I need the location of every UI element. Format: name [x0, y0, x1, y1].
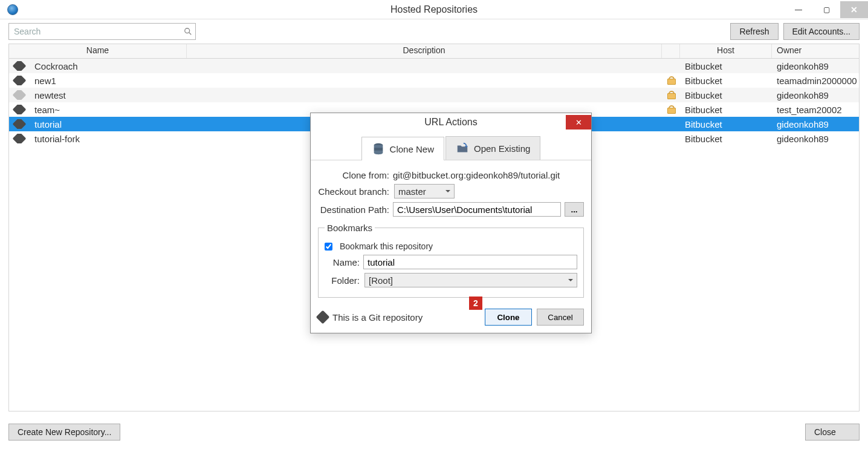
window-title: Hosted Repositories: [390, 4, 478, 15]
bookmark-name-label: Name:: [325, 257, 360, 267]
repo-owner: gideonkoh89: [772, 61, 859, 71]
bookmark-name-input[interactable]: [363, 255, 577, 269]
repo-type-icon: [9, 90, 30, 100]
repo-owner: gideonkoh89: [772, 90, 859, 100]
maximize-button[interactable]: ▢: [812, 1, 840, 18]
titlebar: Hosted Repositories — ▢ ✕: [0, 0, 868, 19]
table-row[interactable]: CockroachBitbucketgideonkoh89: [9, 59, 859, 73]
lock-cell: [662, 91, 680, 99]
search-box: [8, 23, 196, 40]
clone-from-label: Clone from:: [318, 170, 389, 180]
callout-badge: 2: [469, 297, 482, 310]
repo-owner: teamadmin2000000: [772, 76, 859, 86]
lock-icon: [667, 76, 675, 85]
repo-host: Bitbucket: [680, 134, 772, 144]
table-row[interactable]: new1Bitbucketteamadmin2000000: [9, 73, 859, 88]
tab-open-existing[interactable]: Open Existing: [445, 136, 540, 160]
edit-accounts-button[interactable]: Edit Accounts...: [783, 23, 860, 40]
dialog-body: Clone from: git@bitbucket.org:gideonkoh8…: [311, 160, 591, 304]
lock-icon: [667, 91, 675, 99]
bookmark-folder-select[interactable]: [Root]: [364, 273, 577, 287]
dest-path-input[interactable]: [393, 202, 561, 217]
repo-type-status: This is a Git repository: [318, 312, 423, 323]
status-text: This is a Git repository: [332, 312, 423, 323]
dialog-close-button[interactable]: ✕: [566, 115, 591, 129]
repo-type-icon: [9, 119, 30, 129]
refresh-button[interactable]: Refresh: [730, 23, 778, 40]
tab-clone-new[interactable]: Clone New: [361, 137, 444, 160]
bookmarks-legend: Bookmarks: [325, 223, 375, 233]
browse-button[interactable]: ...: [565, 202, 584, 217]
clone-from-value: git@bitbucket.org:gideonkoh89/tutorial.g…: [393, 170, 560, 180]
lock-cell: [662, 76, 680, 85]
search-icon: [184, 27, 192, 36]
col-owner-header[interactable]: Owner: [772, 44, 859, 58]
bookmark-checkbox-label: Bookmark this repository: [340, 241, 433, 251]
repo-host: Bitbucket: [680, 90, 772, 100]
dialog-titlebar: URL Actions ✕: [311, 113, 591, 131]
repo-host: Bitbucket: [680, 119, 772, 129]
repo-host: Bitbucket: [680, 61, 772, 71]
table-row[interactable]: newtestBitbucketgideonkoh89: [9, 88, 859, 102]
repo-name: team~: [30, 105, 187, 115]
col-description-header[interactable]: Description: [187, 44, 662, 58]
dialog-title: URL Actions: [424, 117, 477, 128]
bookmark-checkbox[interactable]: [325, 243, 332, 251]
repo-name: Cockroach: [30, 61, 187, 71]
toolbar: Refresh Edit Accounts...: [0, 19, 868, 44]
repo-owner: gideonkoh89: [772, 134, 859, 144]
app-icon: [7, 4, 18, 15]
dialog-tabs: Clone New Open Existing: [311, 131, 591, 160]
repo-name: tutorial: [30, 119, 187, 129]
repo-host: Bitbucket: [680, 76, 772, 86]
bookmarks-group: Bookmarks Bookmark this repository Name:…: [318, 223, 584, 298]
repo-owner: gideonkoh89: [772, 119, 859, 129]
clone-button[interactable]: Clone: [485, 309, 532, 326]
database-icon: [372, 142, 385, 156]
tab-clone-label: Clone New: [390, 144, 434, 154]
repo-name: new1: [30, 76, 187, 86]
window-controls: — ▢ ✕: [785, 1, 868, 18]
git-icon: [316, 310, 330, 324]
dialog-footer: This is a Git repository 2 Clone Cancel: [311, 304, 591, 333]
url-actions-dialog: URL Actions ✕ Clone New Open Existing Cl…: [310, 113, 592, 333]
tab-open-label: Open Existing: [474, 143, 530, 154]
repo-name: newtest: [30, 90, 187, 100]
lock-icon: [667, 105, 675, 114]
col-name-header[interactable]: Name: [9, 44, 187, 58]
checkout-branch-select[interactable]: master: [394, 184, 455, 198]
repo-type-icon: [9, 134, 30, 143]
close-window-button[interactable]: ✕: [840, 1, 868, 18]
checkout-branch-label: Checkout branch:: [318, 186, 389, 197]
repo-host: Bitbucket: [680, 105, 772, 115]
repo-type-icon: [9, 76, 30, 85]
search-input[interactable]: [8, 23, 196, 40]
col-lock-header: [662, 44, 680, 58]
table-header: Name Description Host Owner: [9, 44, 859, 59]
repo-owner: test_team20002: [772, 105, 859, 115]
dest-path-label: Destination Path:: [318, 205, 389, 215]
bottom-bar: Create New Repository... Close: [8, 424, 860, 441]
create-repo-button[interactable]: Create New Repository...: [8, 424, 120, 441]
svg-line-1: [189, 33, 192, 35]
repo-type-icon: [9, 61, 30, 71]
col-host-header[interactable]: Host: [680, 44, 772, 58]
close-button[interactable]: Close: [805, 424, 860, 441]
repo-type-icon: [9, 105, 30, 114]
cancel-button[interactable]: Cancel: [537, 309, 584, 326]
svg-point-0: [185, 28, 190, 33]
folder-open-icon: [456, 142, 469, 155]
lock-cell: [662, 105, 680, 114]
bookmark-folder-label: Folder:: [325, 275, 360, 286]
repo-name: tutorial-fork: [30, 134, 187, 144]
minimize-button[interactable]: —: [785, 1, 812, 18]
